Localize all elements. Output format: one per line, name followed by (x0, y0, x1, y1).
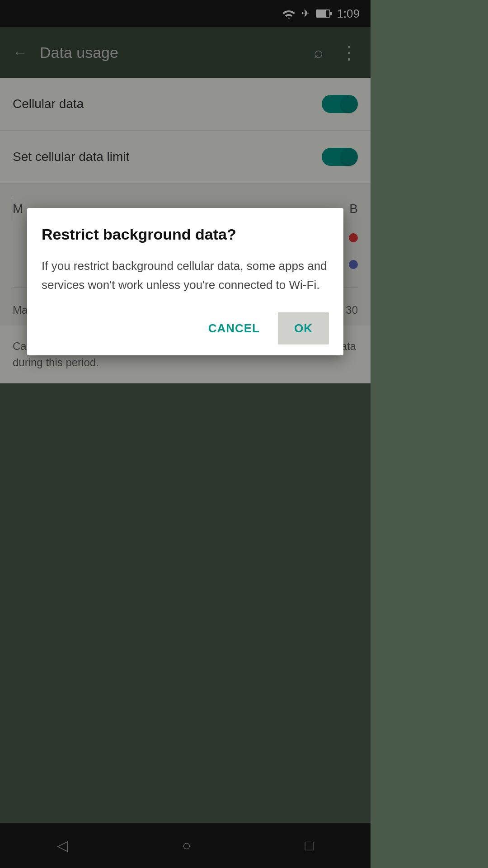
dialog-title: Restrict background data? (42, 224, 329, 244)
dialog-backdrop (0, 0, 371, 868)
cancel-button[interactable]: CANCEL (196, 312, 272, 344)
dialog-buttons: CANCEL OK (42, 312, 329, 344)
ok-button[interactable]: OK (278, 312, 329, 344)
dialog-body: If you restrict background cellular data… (42, 257, 329, 294)
restrict-background-dialog: Restrict background data? If you restric… (27, 208, 343, 355)
